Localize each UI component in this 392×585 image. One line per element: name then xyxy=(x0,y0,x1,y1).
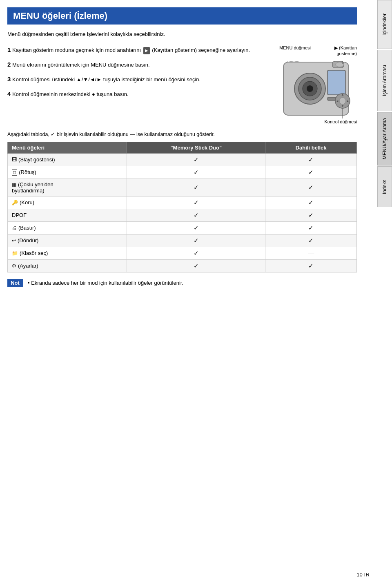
step-4-text: Kontrol düğmesinin merkezindeki ● tuşuna… xyxy=(12,91,129,97)
row-memory-slayt: ✓ xyxy=(127,153,265,166)
svg-rect-5 xyxy=(327,70,345,95)
page-number: 10TR xyxy=(356,572,370,578)
row-dahili-slayt: ✓ xyxy=(265,153,357,166)
sidebar-tab-islem[interactable]: İşlem Araması xyxy=(377,50,392,111)
row-item-ayarlar: ⚙(Ayarlar) xyxy=(8,259,127,272)
sidebar-tab-icindekiler[interactable]: İçindekiler xyxy=(377,0,392,49)
row-memory-klasor: ✓ xyxy=(127,247,265,259)
svg-point-9 xyxy=(339,98,346,104)
row-item-klasor: 📁(Klasör seç) xyxy=(8,247,127,259)
table-row: 🖨(Bastır) ✓ ✓ xyxy=(8,221,357,234)
sidebar-tab-indeks[interactable]: İndeks xyxy=(377,166,392,207)
sidebar-tab-menu-label: MENU/Ayar Arama xyxy=(382,118,388,159)
step-3-number: 3 xyxy=(7,76,11,83)
label-menu-dugmesi: MENU düğmesi xyxy=(279,45,311,57)
sidebar-tab-menu[interactable]: MENU/Ayar Arama xyxy=(377,112,392,165)
row-dahili-dpof: ✓ xyxy=(265,209,357,221)
row-item-bastir: 🖨(Bastır) xyxy=(8,221,127,234)
note-content: • Ekranda sadece her bir mod için kullan… xyxy=(26,279,183,287)
row-dahili-coklu: ✓ xyxy=(265,179,357,196)
step-1-number: 1 xyxy=(7,46,11,53)
svg-text:▲: ▲ xyxy=(341,93,344,96)
table-row: ▦(Çoklu yenidenbyutlandırma) ✓ ✓ xyxy=(8,179,357,196)
label-kayittan: ▶ (Kayıttangösterme) xyxy=(334,45,357,57)
row-item-slayt: 🎞(Slayt gösterisi) xyxy=(8,153,127,166)
row-dahili-rotus: ✓ xyxy=(265,166,357,179)
menu-table: Menü öğeleri "Memory Stick Duo" Dahili b… xyxy=(7,142,357,272)
row-memory-ayarlar: ✓ xyxy=(127,259,265,272)
sidebar-tab-islem-label: İşlem Araması xyxy=(382,65,388,96)
sidebar-tab-icindekiler-label: İçindekiler xyxy=(382,13,388,36)
step-2-text: Menü ekranını görüntülemek için MENU düğ… xyxy=(12,62,150,68)
table-header-dahili: Dahili bellek xyxy=(265,142,357,153)
row-item-dpof: DPOF xyxy=(8,209,127,221)
label-kontrol-dugmesi: Kontrol düğmesi xyxy=(279,119,357,124)
step-2-number: 2 xyxy=(7,61,11,68)
row-dahili-klasor: — xyxy=(265,247,357,259)
row-memory-rotus: ✓ xyxy=(127,166,265,179)
svg-text:▼: ▼ xyxy=(341,104,344,108)
row-memory-coklu: ✓ xyxy=(127,179,265,196)
page-title: MENU öğeleri (İzleme) xyxy=(7,7,357,25)
table-row: 🔑(Koru) ✓ ✓ xyxy=(8,196,357,209)
row-dahili-koru: ✓ xyxy=(265,196,357,209)
svg-text:◄: ◄ xyxy=(336,99,339,103)
row-item-coklu: ▦(Çoklu yenidenbyutlandırma) xyxy=(8,179,127,196)
table-header-menu: Menü öğeleri xyxy=(8,142,127,153)
step-1-text: Kayıttan gösterim moduna geçmek için mod… xyxy=(12,47,250,53)
play-icon: ▶ xyxy=(143,47,150,54)
camera-diagram: MENU düğmesi ▶ (Kayıttangösterme) xyxy=(279,45,357,125)
table-row: DPOF ✓ ✓ xyxy=(8,209,357,221)
table-row: 🎞(Slayt gösterisi) ✓ ✓ xyxy=(8,153,357,166)
table-row: ↩(Döndür) ✓ ✓ xyxy=(8,234,357,247)
table-row: ⚙(Ayarlar) ✓ ✓ xyxy=(8,259,357,272)
row-memory-bastir: ✓ xyxy=(127,221,265,234)
svg-text:►: ► xyxy=(346,99,350,103)
table-note: Aşağıdaki tabloda, ✓ bir işlevin kullanı… xyxy=(7,131,357,138)
table-header-memory: "Memory Stick Duo" xyxy=(127,142,265,153)
camera-svg: ▲ ▼ ◄ ► xyxy=(279,58,357,123)
svg-rect-14 xyxy=(327,97,336,100)
steps-column: 1 Kayıttan gösterim moduna geçmek için m… xyxy=(7,45,271,125)
table-row: 📁(Klasör seç) ✓ — xyxy=(8,247,357,259)
step-4: 4 Kontrol düğmesinin merkezindeki ● tuşu… xyxy=(7,89,271,99)
row-item-koru: 🔑(Koru) xyxy=(8,196,127,209)
step-2: 2 Menü ekranını görüntülemek için MENU d… xyxy=(7,60,271,69)
step-4-number: 4 xyxy=(7,90,11,97)
row-memory-dondu: ✓ xyxy=(127,234,265,247)
right-sidebar: İçindekiler İşlem Araması MENU/Ayar Aram… xyxy=(377,0,392,585)
note-text: Ekranda sadece her bir mod için kullanıl… xyxy=(31,280,183,286)
row-memory-koru: ✓ xyxy=(127,196,265,209)
intro-text: Menü düğmesinden çeşitli izleme işlevler… xyxy=(7,30,357,38)
svg-point-4 xyxy=(307,85,313,92)
step-1: 1 Kayıttan gösterim moduna geçmek için m… xyxy=(7,45,271,55)
row-dahili-bastir: ✓ xyxy=(265,221,357,234)
step-3: 3 Kontrol düğmesi üstündeki ▲/▼/◄/► tuşu… xyxy=(7,74,271,84)
row-dahili-dondu: ✓ xyxy=(265,234,357,247)
table-row: □(Rötuş) ✓ ✓ xyxy=(8,166,357,179)
row-dahili-ayarlar: ✓ xyxy=(265,259,357,272)
sidebar-tab-indeks-label: İndeks xyxy=(382,179,388,194)
note-box: Not • Ekranda sadece her bir mod için ku… xyxy=(7,279,357,287)
row-item-rotus: □(Rötuş) xyxy=(8,166,127,179)
row-memory-dpof: ✓ xyxy=(127,209,265,221)
row-item-dondu: ↩(Döndür) xyxy=(8,234,127,247)
note-label: Not xyxy=(7,279,23,287)
step-3-text: Kontrol düğmesi üstündeki ▲/▼/◄/► tuşuyl… xyxy=(12,76,200,83)
